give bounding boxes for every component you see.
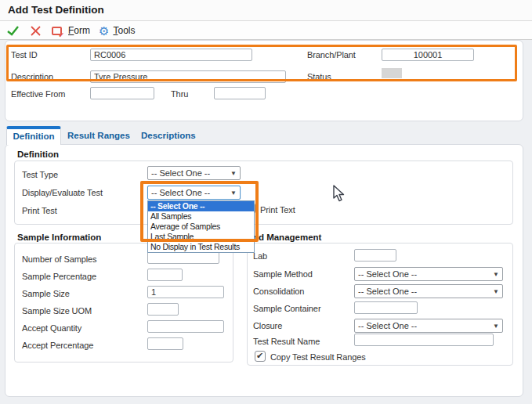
- status-label: Status: [307, 72, 331, 81]
- gear-icon: ⚙: [99, 25, 109, 37]
- effective-from-field[interactable]: [90, 87, 154, 99]
- test-id-field[interactable]: [90, 49, 252, 61]
- sample-percentage-field[interactable]: [147, 269, 183, 281]
- x-icon: [30, 25, 42, 37]
- test-result-name-field[interactable]: [354, 334, 494, 346]
- chevron-down-icon: ▼: [488, 323, 499, 330]
- accept-percentage-label: Accept Percentage: [22, 341, 93, 350]
- consolidation-label: Consolidation: [253, 287, 304, 296]
- chevron-down-icon: ▼: [488, 288, 499, 295]
- thru-label: Thru: [171, 89, 188, 99]
- form-menu-label: Form: [68, 25, 90, 36]
- test-id-label: Test ID: [11, 50, 38, 60]
- description-field[interactable]: [90, 70, 286, 83]
- consolidation-select[interactable]: -- Select One -- ▼: [354, 284, 503, 298]
- chevron-down-icon: ▼: [226, 170, 237, 177]
- dropdown-option-all-samples[interactable]: All Samples: [148, 211, 254, 222]
- sample-size-label: Sample Size: [22, 289, 70, 298]
- closure-label: Closure: [253, 321, 282, 330]
- tools-menu-label: Tools: [113, 25, 135, 36]
- test-result-name-label: Test Result Name: [253, 337, 320, 346]
- print-test-label: Print Test: [22, 206, 57, 215]
- definition-group-title: Definition: [17, 150, 59, 159]
- sample-method-select[interactable]: -- Select One -- ▼: [354, 267, 503, 281]
- title-bar: Add Test Definition: [0, 0, 532, 21]
- tab-definition[interactable]: Definition: [6, 126, 61, 145]
- copy-test-result-ranges-checkbox[interactable]: [255, 351, 266, 362]
- sample-container-field[interactable]: [354, 301, 418, 314]
- description-label: Description: [11, 72, 53, 81]
- form-menu[interactable]: Form: [52, 23, 90, 38]
- status-value-box: [382, 68, 402, 78]
- ok-button[interactable]: [6, 23, 20, 38]
- thru-field[interactable]: [214, 87, 266, 99]
- display-evaluate-test-label: Display/Evaluate Test: [22, 188, 103, 197]
- sample-container-label: Sample Container: [253, 304, 320, 313]
- accept-quantity-label: Accept Quantity: [22, 323, 81, 333]
- display-evaluate-test-select[interactable]: -- Select One -- ▼: [147, 186, 241, 200]
- sample-size-field[interactable]: [147, 286, 224, 298]
- accept-quantity-field[interactable]: [147, 320, 224, 333]
- chevron-down-icon: ▼: [488, 271, 499, 278]
- sample-information-group-title: Sample Information: [17, 233, 101, 242]
- print-text-label: Print Text: [260, 205, 295, 215]
- tools-menu[interactable]: ⚙ Tools: [99, 23, 135, 38]
- cancel-button[interactable]: [30, 23, 42, 38]
- chevron-down-icon: ▼: [226, 189, 237, 197]
- dropdown-option-average-of-samples[interactable]: Average of Samples: [148, 222, 254, 232]
- number-of-samples-label: Number of Samples: [22, 254, 97, 264]
- lab-field[interactable]: [354, 249, 396, 262]
- dropdown-option-select-one[interactable]: -- Select One --: [148, 201, 254, 211]
- sample-size-uom-field[interactable]: [147, 303, 179, 316]
- dropdown-option-last-sample[interactable]: Last Sample: [148, 232, 254, 242]
- accept-percentage-field[interactable]: [147, 337, 183, 350]
- add-test-definition-window: Add Test Definition Form ⚙ Tools Test ID…: [0, 0, 532, 404]
- check-icon: [6, 24, 20, 37]
- number-of-samples-field[interactable]: [147, 251, 219, 264]
- test-type-select[interactable]: -- Select One -- ▼: [147, 166, 241, 180]
- effective-from-label: Effective From: [11, 89, 65, 99]
- form-exit-icon: [52, 27, 62, 35]
- sample-size-uom-label: Sample Size UOM: [22, 306, 92, 316]
- branch-plant-label: Branch/Plant: [307, 50, 356, 60]
- sample-method-label: Sample Method: [253, 269, 313, 279]
- sample-percentage-label: Sample Percentage: [22, 272, 96, 281]
- closure-select[interactable]: -- Select One -- ▼: [354, 319, 503, 333]
- branch-plant-field[interactable]: [382, 49, 474, 61]
- page-title: Add Test Definition: [8, 4, 104, 16]
- test-type-label: Test Type: [22, 170, 58, 179]
- toolbar: Form ⚙ Tools: [0, 21, 532, 40]
- tab-descriptions[interactable]: Descriptions: [141, 131, 196, 140]
- dropdown-option-no-display[interactable]: No Display in Test Results: [148, 242, 254, 252]
- copy-test-result-ranges-label: Copy Test Result Ranges: [270, 352, 366, 362]
- display-evaluate-dropdown-list: -- Select One -- All Samples Average of …: [147, 200, 255, 253]
- tab-result-ranges[interactable]: Result Ranges: [67, 131, 130, 140]
- lab-label: Lab: [253, 251, 267, 261]
